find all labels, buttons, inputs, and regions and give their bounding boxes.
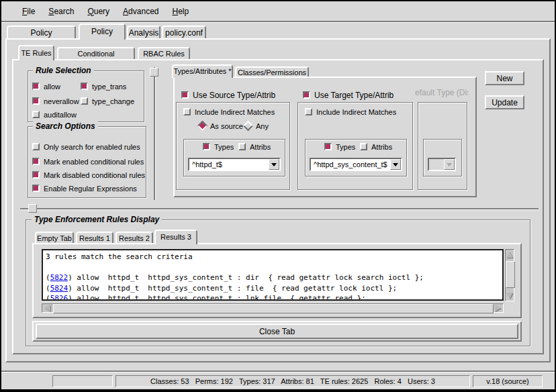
checkbox-use-target-type[interactable]: Use Target Type/Attrib — [303, 91, 393, 99]
rule-line-3: (5826) allow httpd_t httpd_sys_content_t… — [43, 293, 502, 301]
radio-any-indicator — [243, 121, 254, 132]
statusbar-stats: Classes: 53 Perms: 192 Types: 317 Attrib… — [115, 375, 470, 387]
tab-policy-conf[interactable]: policy.conf — [162, 26, 206, 40]
vertical-sash-handle[interactable] — [150, 68, 158, 77]
checkbox-allow-indicator — [32, 83, 40, 90]
checkbox-mark-enabled-conditional[interactable]: Mark enabled conditional rules — [32, 157, 144, 166]
menu-advanced[interactable]: Advanced — [123, 7, 158, 16]
checkbox-type-change-indicator — [81, 97, 88, 105]
checkbox-target-indirect-indicator — [305, 108, 312, 115]
tab-analysis[interactable]: Analysis — [127, 26, 160, 40]
checkbox-source-include-indirect[interactable]: Include Indirect Matches — [183, 107, 275, 116]
checkbox-auditallow[interactable]: auditallow — [32, 110, 77, 119]
tab-types-attributes[interactable]: Types/Attributes * — [172, 64, 233, 78]
apol-window: File Search Query Advanced Help Policy C… — [0, 0, 556, 392]
tab-rbac-rules[interactable]: RBAC Rules — [138, 47, 190, 60]
checkbox-use-source-indicator — [181, 91, 189, 99]
default-type-label: efault Type (Disa — [415, 88, 468, 97]
tab-te-rules[interactable]: TE Rules — [18, 45, 54, 60]
checkbox-enable-regex-indicator — [32, 185, 40, 192]
checkbox-target-types[interactable]: Types — [324, 142, 355, 151]
checkbox-type-change[interactable]: type_change — [81, 97, 134, 105]
checkbox-only-enabled-rules[interactable]: Only search for enabled rules — [32, 142, 140, 151]
rule-id-link-5826[interactable]: 5826 — [50, 294, 68, 301]
statusbar-separator — [1, 371, 555, 372]
checkbox-allow[interactable]: allow — [32, 82, 60, 91]
vertical-scrollbar-thumb[interactable] — [506, 261, 515, 288]
checkbox-source-attribs[interactable]: Attribs — [238, 142, 271, 151]
scroll-up-icon[interactable] — [506, 250, 514, 259]
checkbox-mark-enabled-indicator — [32, 158, 40, 165]
checkbox-source-indirect-indicator — [183, 108, 191, 115]
menu-separator — [1, 21, 555, 22]
te-display-title: Type Enforcement Rules Display — [32, 215, 162, 224]
rule-selection-title: Rule Selection — [33, 66, 94, 75]
scroll-left-icon[interactable] — [43, 304, 52, 312]
checkbox-neverallow[interactable]: neverallow — [32, 97, 79, 105]
menu-help[interactable]: Help — [172, 7, 189, 16]
target-dropdown-arrow-icon[interactable] — [390, 159, 401, 170]
checkbox-target-include-indirect[interactable]: Include Indirect Matches — [305, 107, 396, 116]
menu-search[interactable]: Search — [48, 7, 74, 16]
checkbox-only-enabled-indicator — [32, 143, 40, 150]
horizontal-sash-line — [20, 208, 539, 209]
checkbox-source-attribs-indicator — [238, 143, 246, 150]
horizontal-scrollbar-thumb[interactable] — [53, 304, 494, 313]
tab-policy-components[interactable]: Policy Components — [7, 26, 76, 40]
vertical-sash-line — [154, 67, 155, 200]
menu-query[interactable]: Query — [87, 7, 109, 16]
default-dropdown-arrow-icon — [444, 159, 455, 170]
update-button[interactable]: Update — [485, 95, 524, 109]
rule-id-link-5822[interactable]: 5822 — [50, 273, 68, 282]
search-options-title: Search Options — [33, 121, 98, 131]
source-type-value: ^httpd_t$ — [189, 160, 269, 168]
checkbox-mark-disabled-conditional[interactable]: Mark disabled conditional rules — [32, 170, 145, 179]
horizontal-sash-handle[interactable] — [28, 204, 37, 213]
radio-as-source-indicator — [197, 121, 208, 132]
radio-as-source[interactable]: As source — [199, 121, 243, 130]
tab-conditional-expressions[interactable]: Conditional Expressions — [57, 47, 135, 60]
checkbox-use-source-type[interactable]: Use Source Type/Attrib — [181, 91, 275, 99]
checkbox-mark-disabled-indicator — [32, 171, 40, 179]
default-type-combobox — [428, 158, 456, 171]
scroll-down-icon[interactable] — [506, 291, 514, 300]
statusbar-version: v.18 (source) — [473, 375, 543, 387]
checkbox-target-types-indicator — [324, 143, 332, 150]
close-tab-button[interactable]: Close Tab — [36, 324, 518, 339]
checkbox-source-types-indicator — [203, 143, 210, 150]
menu-file[interactable]: File — [22, 7, 35, 16]
checkbox-target-attribs-indicator — [360, 143, 367, 150]
rule-line-2: (5824) allow httpd_t httpd_sys_content_t… — [43, 283, 502, 294]
source-dropdown-arrow-icon[interactable] — [269, 159, 279, 170]
new-button[interactable]: New — [485, 71, 524, 85]
rule-id-link-5824[interactable]: 5824 — [50, 284, 68, 293]
tab-results-3[interactable]: Results 3 — [154, 230, 197, 244]
checkbox-type-trans-indicator — [81, 83, 88, 90]
source-type-combobox[interactable]: ^httpd_t$ — [188, 158, 281, 171]
target-type-combobox[interactable]: ^httpd_sys_content_t$ — [310, 158, 402, 171]
checkbox-auditallow-indicator — [32, 111, 40, 118]
rule-line-1: (5822) allow httpd_t httpd_sys_content_t… — [43, 273, 502, 283]
checkbox-type-trans[interactable]: type_trans — [81, 82, 126, 91]
tab-policy-rules[interactable]: Policy Rules — [79, 23, 126, 40]
checkbox-neverallow-indicator — [32, 97, 40, 105]
target-type-value: ^httpd_sys_content_t$ — [311, 160, 390, 168]
checkbox-target-attribs[interactable]: Attribs — [360, 142, 392, 151]
scroll-right-icon[interactable] — [494, 304, 502, 312]
checkbox-use-target-indicator — [303, 91, 310, 99]
results-text-area[interactable]: 3 rules match the search criteria (5822)… — [42, 249, 504, 301]
vertical-scrollbar[interactable] — [505, 249, 514, 301]
checkbox-enable-regex[interactable]: Enable Regular Expressions — [32, 184, 137, 193]
radio-any[interactable]: Any — [244, 121, 269, 130]
menu-bar: File Search Query Advanced Help — [1, 1, 555, 21]
statusbar-left-panel — [52, 375, 113, 387]
horizontal-scrollbar[interactable] — [42, 303, 504, 313]
checkbox-source-types[interactable]: Types — [203, 142, 234, 151]
results-blank-line — [43, 262, 502, 273]
results-summary: 3 rules match the search criteria — [43, 252, 502, 262]
